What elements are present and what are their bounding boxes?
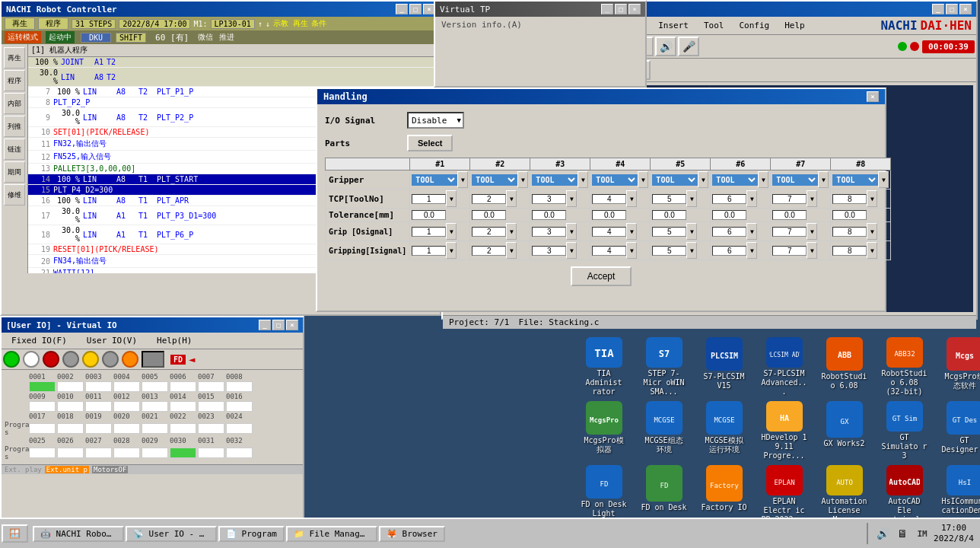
start-button[interactable]: 🪟 bbox=[2, 524, 28, 543]
icon-gtdes[interactable]: GT Des GT Designer 3 bbox=[936, 397, 980, 458]
gripping-7-input[interactable] bbox=[772, 246, 807, 256]
io-cell-0025[interactable] bbox=[29, 448, 56, 458]
io-cell-0007[interactable] bbox=[198, 381, 224, 392]
icon-mcgs2[interactable]: MCGSE MCGSE组态 环境 bbox=[635, 397, 692, 458]
gripper-3-select[interactable]: TOOL bbox=[532, 174, 578, 186]
io-cell-0010[interactable] bbox=[57, 401, 84, 412]
grip-6-input[interactable] bbox=[712, 227, 746, 237]
io-cell-0019[interactable] bbox=[85, 423, 112, 434]
icon-zhou-qi[interactable]: 期周 bbox=[4, 161, 25, 183]
icon-robot2[interactable]: ABB32 RobotStudio 6.08 (32-bit) bbox=[876, 333, 933, 394]
io-cell-0027[interactable] bbox=[85, 448, 112, 458]
tray-sound-icon[interactable]: 🔊 bbox=[874, 525, 891, 542]
grip-2-input[interactable] bbox=[472, 227, 506, 237]
grip-7-input[interactable] bbox=[772, 227, 807, 237]
parts-select-btn[interactable]: Select bbox=[407, 135, 453, 151]
led-gray-1[interactable] bbox=[62, 351, 79, 368]
push-btn[interactable]: 推进 bbox=[219, 32, 234, 43]
gripper-5-select[interactable]: TOOL bbox=[652, 174, 698, 186]
tb-mic-btn[interactable]: 🎤 bbox=[678, 37, 699, 56]
icon-mcgsorg[interactable]: Mcgs McgsPro组 态软件 bbox=[936, 333, 980, 394]
gripper-1-select[interactable]: TOOL bbox=[412, 174, 457, 186]
taskbar-item-file[interactable]: 📁 File Manager bbox=[286, 526, 377, 542]
tcp-7-input[interactable] bbox=[772, 194, 807, 204]
re-sheng-btn[interactable]: 再生 bbox=[5, 18, 35, 30]
gripper-7-select[interactable]: TOOL bbox=[772, 174, 818, 186]
gripping-2-input[interactable] bbox=[472, 246, 506, 256]
io-signal-select[interactable]: Disable Enable bbox=[407, 112, 464, 129]
icon-cheng-xu[interactable]: 程序 bbox=[4, 70, 25, 91]
tol-6-input[interactable] bbox=[712, 210, 746, 220]
io-cell-0013[interactable] bbox=[142, 401, 168, 412]
icon-eplan[interactable]: EPLAN EPLAN Electr ic PB 2022... bbox=[756, 461, 813, 522]
icon-fddsk2[interactable]: FD FD on Desk bbox=[635, 461, 692, 522]
menu-help[interactable]: Help bbox=[778, 18, 812, 33]
tol-3-input[interactable] bbox=[532, 210, 566, 220]
icon-gxwks[interactable]: GX GX Works2 bbox=[816, 397, 873, 458]
tol-7-input[interactable] bbox=[772, 210, 807, 220]
icon-lie-tui[interactable]: 列推 bbox=[4, 116, 25, 137]
taskbar-item-browser[interactable]: 🦊 Browser bbox=[379, 526, 445, 542]
io-cell-0024[interactable] bbox=[226, 423, 253, 434]
io-cell-0012[interactable] bbox=[113, 401, 140, 412]
tol-5-input[interactable] bbox=[652, 210, 686, 220]
tcp-6-input[interactable] bbox=[712, 194, 746, 204]
gripping-3-input[interactable] bbox=[532, 246, 566, 256]
gripping-8-input[interactable] bbox=[832, 246, 867, 256]
io-cell-0031[interactable] bbox=[198, 448, 224, 458]
tray-ime-icon[interactable]: IM bbox=[914, 525, 931, 542]
icon-fddesk[interactable]: FD FD on Desk Light bbox=[575, 461, 632, 522]
icon-auto[interactable]: AUTO Automation License Ma... bbox=[816, 461, 873, 522]
io-cell-0014[interactable] bbox=[170, 401, 196, 412]
icon-step7[interactable]: S7 STEP 7-Micr oWIN SMA... bbox=[635, 333, 692, 394]
tray-network-icon[interactable]: 🖥 bbox=[894, 525, 911, 542]
icon-hslcom[interactable]: HsI HsICommuni cationDem... bbox=[936, 461, 980, 522]
dku-btn[interactable]: DKU bbox=[81, 33, 111, 43]
taskbar-item-nachi[interactable]: 🤖 NACHI Robot Ctrl bbox=[33, 526, 124, 542]
tcp-4-input[interactable] bbox=[592, 194, 626, 204]
vio-maximize-btn[interactable]: □ bbox=[272, 320, 285, 330]
handling-dialog-titlebar[interactable]: Handling × bbox=[317, 89, 885, 104]
grip-3-input[interactable] bbox=[532, 227, 566, 237]
io-cell-0005[interactable] bbox=[142, 381, 168, 392]
icon-s7adv[interactable]: PLCSIM ADV S7-PLCSIM Advanced... bbox=[756, 333, 813, 394]
io-cell-0015[interactable] bbox=[198, 401, 224, 412]
io-cell-0026[interactable] bbox=[57, 448, 84, 458]
io-cell-0032[interactable] bbox=[226, 448, 253, 458]
io-cell-0021[interactable] bbox=[142, 423, 168, 434]
taskbar-item-vio[interactable]: 📡 User IO - Virtual IO bbox=[126, 526, 217, 542]
icon-wei-xiu[interactable]: 修维 bbox=[4, 184, 25, 206]
maximize-btn[interactable]: □ bbox=[409, 4, 422, 14]
icon-mcgs1[interactable]: McgsPro McgsPro模 拟器 bbox=[575, 397, 632, 458]
gripping-1-input[interactable] bbox=[412, 246, 446, 256]
icon-robot1[interactable]: ABB RobotStudio 6.08 bbox=[816, 333, 873, 394]
led-gray-2[interactable] bbox=[102, 351, 119, 368]
grip-4-input[interactable] bbox=[592, 227, 626, 237]
grip-5-input[interactable] bbox=[652, 227, 686, 237]
io-cell-0020[interactable] bbox=[113, 423, 140, 434]
icon-hdev[interactable]: HA HDevelop 1 9.11 Progre... bbox=[756, 397, 813, 458]
io-cell-0006[interactable] bbox=[170, 381, 196, 392]
tb-sound-btn[interactable]: 🔊 bbox=[655, 37, 676, 56]
fd-arrow[interactable]: ◄ bbox=[189, 353, 195, 365]
taskbar-item-prog[interactable]: 📄 Program bbox=[218, 526, 285, 542]
minimize-btn[interactable]: _ bbox=[396, 4, 408, 14]
io-cell-0029[interactable] bbox=[142, 448, 168, 458]
menu-tool[interactable]: Tool bbox=[697, 18, 731, 33]
menu-help[interactable]: Help(H) bbox=[150, 333, 199, 348]
icon-tia[interactable]: TIA TIA Administ rator bbox=[575, 333, 632, 394]
led-red-1[interactable] bbox=[43, 351, 59, 368]
led-orange-1[interactable] bbox=[122, 351, 138, 368]
tcp-8-input[interactable] bbox=[832, 194, 867, 204]
vtp-maximize-btn[interactable]: □ bbox=[615, 4, 627, 14]
gripping-5-input[interactable] bbox=[652, 246, 686, 256]
io-cell-0022[interactable] bbox=[170, 423, 196, 434]
icon-mcgs3[interactable]: MCGSE MCGSE模拟 运行环境 bbox=[695, 397, 752, 458]
gripping-6-input[interactable] bbox=[712, 246, 746, 256]
virtual-io-titlebar[interactable]: [User IO] - Virtual IO _ □ × bbox=[2, 317, 303, 333]
icon-autocad[interactable]: AutoCAD AutoCAD Ele ctrical 2020 bbox=[876, 461, 933, 522]
vtp-minimize-btn[interactable]: _ bbox=[601, 4, 613, 14]
io-cell-0016[interactable] bbox=[226, 401, 253, 412]
tol-4-input[interactable] bbox=[592, 210, 626, 220]
nachi-close-btn[interactable]: × bbox=[959, 4, 972, 14]
